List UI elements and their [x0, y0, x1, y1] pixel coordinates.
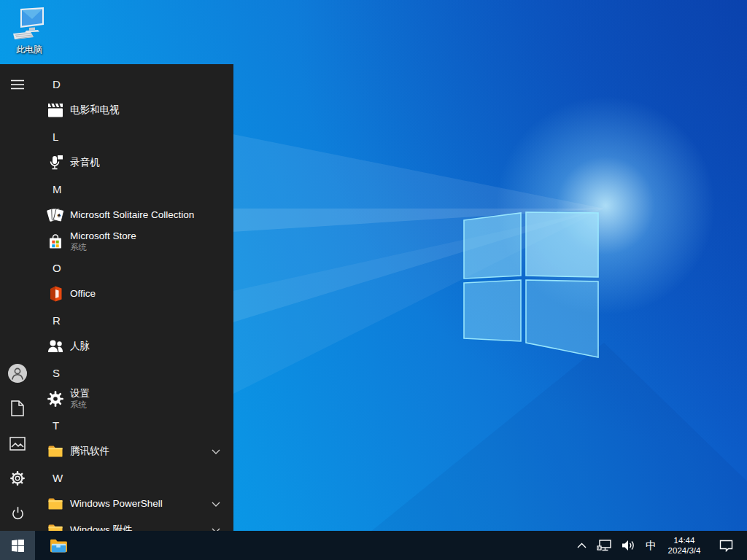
letter-label: O — [53, 262, 61, 274]
app-item-text: 腾讯软件 — [70, 446, 212, 457]
movies-tv-icon — [47, 101, 64, 119]
system-tray: 中 14:44 2024/3/4 — [572, 531, 747, 560]
app-item-label: 设置 — [70, 388, 233, 400]
windows-start-icon — [12, 540, 24, 552]
app-item-label: Microsoft Store — [70, 230, 233, 242]
file-explorer-button[interactable] — [42, 531, 74, 560]
hamburger-icon — [11, 79, 24, 90]
volume-icon — [622, 540, 635, 551]
letter-label: R — [53, 314, 61, 327]
app-item-label: Office — [70, 288, 233, 300]
app-item-text: Microsoft Store系统 — [70, 230, 233, 252]
app-item-text: Windows 附件 — [70, 524, 212, 531]
app-item-label: 腾讯软件 — [70, 446, 212, 457]
app-list-item[interactable]: Windows 附件 — [35, 517, 233, 531]
power-button[interactable] — [0, 496, 35, 531]
app-list-letter[interactable]: O — [35, 254, 233, 281]
documents-icon — [10, 400, 25, 416]
app-item-text: 电影和电视 — [70, 104, 233, 116]
network-tray-button[interactable] — [592, 531, 616, 560]
app-list-item[interactable]: 腾讯软件 — [35, 438, 233, 464]
letter-label: M — [53, 183, 62, 195]
app-list-letter[interactable]: D — [35, 71, 233, 97]
app-item-label: 录音机 — [70, 157, 233, 168]
user-account-button[interactable] — [0, 356, 35, 391]
app-item-text: Office — [70, 288, 233, 300]
letter-label: W — [53, 472, 63, 484]
app-list-item[interactable]: 录音机 — [35, 149, 233, 176]
letter-label: T — [53, 419, 59, 432]
start-menu: D 电影和电视L 录音机M ♠Microsoft Solitaire Colle… — [0, 64, 233, 531]
this-pc-icon — [10, 6, 48, 42]
app-list-item[interactable]: Windows PowerShell — [35, 491, 233, 517]
app-list-item[interactable]: 设置系统 — [35, 386, 233, 412]
start-app-list: D 电影和电视L 录音机M ♠Microsoft Solitaire Colle… — [35, 64, 233, 531]
desktop-icon-label: 此电脑 — [16, 44, 42, 56]
rail-bottom-group — [0, 356, 35, 531]
folder-icon — [47, 495, 64, 513]
app-list-item[interactable]: Office — [35, 281, 233, 307]
app-item-label: Microsoft Solitaire Collection — [70, 209, 233, 221]
ime-indicator[interactable]: 中 — [640, 531, 662, 560]
settings-rail-button[interactable] — [0, 461, 35, 496]
settings-icon — [47, 390, 64, 408]
folder-icon — [47, 521, 64, 531]
letter-label: D — [53, 78, 61, 90]
clock-time: 14:44 — [674, 535, 695, 545]
app-list-item[interactable]: ♠Microsoft Solitaire Collection — [35, 202, 233, 228]
app-list-letter[interactable]: M — [35, 176, 233, 202]
desktop-icon-this-pc[interactable]: 此电脑 — [3, 6, 55, 56]
solitaire-icon: ♠ — [47, 206, 64, 224]
app-item-sublabel: 系统 — [70, 242, 233, 252]
app-list-item[interactable]: 人脉 — [35, 333, 233, 359]
app-item-text: Microsoft Solitaire Collection — [70, 209, 233, 221]
documents-button[interactable] — [0, 391, 35, 426]
file-explorer-icon — [49, 537, 68, 553]
app-item-text: 人脉 — [70, 341, 233, 352]
people-icon — [47, 338, 64, 355]
settings-gear-icon — [9, 470, 26, 486]
power-icon — [10, 505, 26, 521]
app-item-sublabel: 系统 — [70, 400, 233, 410]
start-menu-rail — [0, 64, 35, 531]
start-button[interactable] — [0, 531, 35, 560]
folder-icon — [47, 443, 64, 460]
office-icon — [47, 285, 64, 303]
menu-hamburger-button[interactable] — [0, 70, 35, 99]
chevron-down-icon[interactable] — [212, 502, 220, 507]
app-list-item[interactable]: 电影和电视 — [35, 97, 233, 123]
wallpaper-windows-logo — [464, 212, 598, 357]
app-item-label: Windows PowerShell — [70, 498, 212, 510]
notification-icon — [719, 540, 733, 552]
app-list-item[interactable]: Microsoft Store系统 — [35, 228, 233, 254]
app-item-label: 电影和电视 — [70, 104, 233, 116]
app-list-letter[interactable]: L — [35, 123, 233, 149]
user-avatar-icon — [8, 364, 27, 383]
app-list-letter[interactable]: S — [35, 359, 233, 386]
app-item-text: 设置系统 — [70, 388, 233, 410]
clock-date: 2024/3/4 — [668, 545, 701, 556]
voice-recorder-icon — [47, 154, 64, 171]
app-list-letter[interactable]: T — [35, 412, 233, 438]
letter-label: S — [53, 367, 60, 379]
app-list-letter[interactable]: R — [35, 307, 233, 333]
tray-overflow-button[interactable] — [572, 531, 592, 560]
action-center-button[interactable] — [714, 531, 738, 560]
pictures-icon — [9, 437, 26, 451]
pictures-button[interactable] — [0, 426, 35, 461]
letter-label: L — [53, 131, 58, 143]
app-item-text: Windows PowerShell — [70, 498, 212, 510]
chevron-down-icon[interactable] — [212, 449, 220, 454]
taskbar-clock[interactable]: 14:44 2024/3/4 — [662, 535, 707, 556]
taskbar: 中 14:44 2024/3/4 — [0, 531, 747, 560]
app-item-label: 人脉 — [70, 341, 233, 352]
app-item-text: 录音机 — [70, 157, 233, 168]
store-icon — [47, 233, 64, 250]
app-item-label: Windows 附件 — [70, 524, 212, 531]
network-icon — [597, 540, 611, 552]
app-list-letter[interactable]: W — [35, 464, 233, 491]
volume-tray-button[interactable] — [616, 531, 640, 560]
chevron-up-icon — [577, 542, 587, 548]
